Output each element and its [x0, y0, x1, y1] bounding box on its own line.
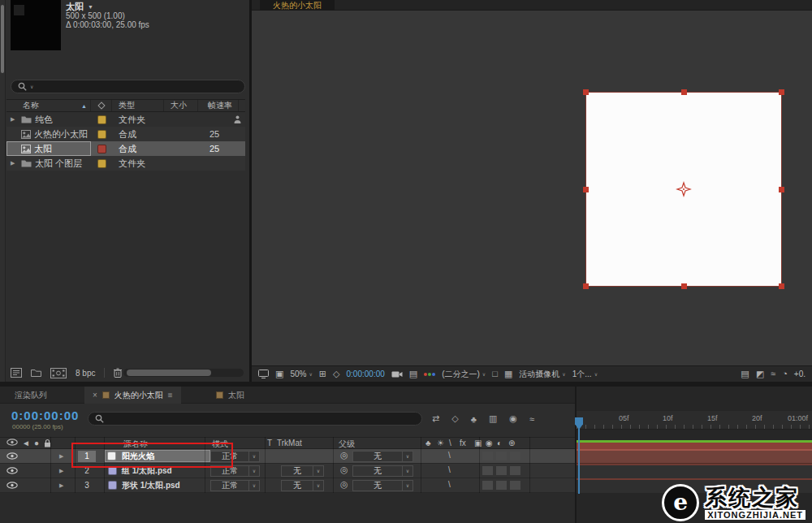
switch-cell[interactable] — [496, 466, 507, 475]
eye-icon[interactable] — [6, 452, 18, 460]
comp-viewer-tab[interactable]: 火热的小太阳 — [260, 0, 335, 11]
twirl-icon[interactable]: ▶ — [11, 116, 18, 123]
column-mode[interactable]: 模式 — [212, 439, 228, 450]
resolution-select[interactable]: (二分之一) ∨ — [442, 369, 486, 380]
column-header-type[interactable]: 类型 — [112, 100, 164, 111]
transform-handle-w[interactable] — [583, 187, 589, 192]
graph-editor-icon[interactable]: ≈ — [529, 414, 534, 424]
playhead-line[interactable] — [578, 429, 580, 494]
search-options-caret-icon[interactable]: ∨ — [30, 84, 33, 89]
parent-select[interactable]: 无 — [352, 465, 403, 477]
twirl-icon[interactable]: ▶ — [59, 482, 63, 489]
transform-handle-n[interactable] — [681, 89, 687, 95]
layer-color-chip[interactable] — [108, 481, 117, 490]
parent-pickwhip-icon[interactable]: ◎ — [340, 480, 348, 489]
timeline-search-box[interactable] — [88, 412, 422, 426]
scrollbar-thumb[interactable] — [1, 5, 4, 73]
timeline-graph-icon[interactable]: ≈ — [771, 370, 775, 378]
frame-blending-icon[interactable]: ▥ — [489, 413, 497, 424]
switch-cell[interactable] — [510, 481, 520, 490]
lock-column-icon[interactable] — [44, 439, 51, 447]
switch-cell[interactable] — [496, 452, 507, 460]
chevron-down-icon[interactable]: ∨ — [313, 465, 324, 477]
collapse-switch-icon[interactable]: ☀ — [437, 439, 444, 447]
chevron-down-icon[interactable]: ∨ — [403, 451, 413, 462]
label-color-chip[interactable] — [97, 159, 106, 168]
project-search-input[interactable] — [37, 82, 238, 91]
selected-layer-bounds[interactable] — [586, 93, 781, 286]
pixel-aspect-correction-icon[interactable]: ▤ — [741, 370, 749, 378]
solo-column-icon[interactable]: ● — [34, 439, 39, 447]
audio-column-icon[interactable]: ◄ — [22, 439, 30, 447]
exposure-gauge-icon[interactable]: ◔ — [782, 370, 788, 378]
new-composition-icon[interactable] — [50, 368, 67, 378]
column-header-fps[interactable]: 帧速率 — [198, 100, 239, 111]
region-of-interest-icon[interactable]: □ — [492, 370, 498, 378]
transform-handle-s[interactable] — [681, 283, 687, 289]
transform-handle-ne[interactable] — [779, 89, 784, 95]
horizontal-scrollbar[interactable] — [123, 369, 244, 377]
project-item-row-sun-layers-folder[interactable]: ▶ 太阳 个图层 文件夹 — [6, 156, 245, 171]
project-search-box[interactable]: ∨ — [11, 80, 245, 93]
blend-mode-select[interactable]: 正常 — [210, 465, 249, 477]
switch-cell[interactable] — [496, 481, 507, 490]
trkmat-select[interactable]: 无 — [281, 480, 313, 491]
timeline-search-input[interactable] — [107, 414, 415, 423]
anchor-point-icon[interactable] — [676, 181, 692, 197]
column-header-name[interactable]: 名称 ▲ — [6, 100, 91, 111]
tab-render-queue[interactable]: 渲染队列 — [5, 387, 57, 404]
eye-icon[interactable] — [6, 482, 18, 489]
camera-view-select[interactable]: 活动摄像机 ∨ — [519, 369, 565, 380]
project-item-row-solids[interactable]: ▶ 纯色 文件夹 — [6, 112, 245, 127]
layer-row-1[interactable]: ▶ 1 阳光火焰 正常 ∨ ◎ 无 ∨ \ — [0, 449, 575, 464]
label-color-chip[interactable] — [97, 130, 106, 139]
parent-pickwhip-icon[interactable]: ◎ — [340, 465, 348, 474]
switch-cell[interactable] — [482, 452, 493, 460]
shy-switch-icon[interactable]: ♣ — [425, 439, 431, 447]
snapshot-camera-icon[interactable] — [391, 370, 403, 378]
chevron-down-icon[interactable]: ∨ — [249, 451, 260, 462]
grid-guides-icon[interactable]: ⊞ — [319, 370, 326, 378]
parent-select[interactable]: 无 — [352, 480, 403, 491]
project-item-row-comp-sun-selected[interactable]: 太阳 合成 25 — [6, 141, 245, 156]
exposure-value[interactable]: +0. — [794, 370, 806, 378]
transform-handle-sw[interactable] — [583, 283, 589, 289]
chevron-down-icon[interactable]: ∨ — [249, 480, 260, 491]
trkmat-select[interactable]: 无 — [281, 465, 313, 477]
video-column-icon[interactable] — [6, 439, 18, 446]
transform-handle-e[interactable] — [779, 187, 784, 192]
transform-handle-nw[interactable] — [583, 89, 589, 95]
zoom-select[interactable]: 50% ∨ — [290, 370, 312, 378]
draft-3d-icon[interactable]: ◇ — [451, 413, 458, 424]
tab-comp-hot-sun-active[interactable]: × 火热的小太阳 ≡ — [84, 387, 181, 404]
flyout-caret-icon[interactable]: ▼ — [88, 4, 93, 10]
layer-switches[interactable] — [482, 452, 520, 460]
3d-switch-icon[interactable]: ⊕ — [508, 439, 515, 447]
mask-visibility-icon[interactable]: ◇ — [333, 370, 339, 378]
switch-cell[interactable] — [482, 466, 493, 475]
panel-edge-scrollbar[interactable] — [0, 0, 6, 382]
transparency-grid-icon[interactable]: ▦ — [504, 370, 512, 378]
label-color-chip[interactable] — [97, 145, 106, 153]
chevron-down-icon[interactable]: ∨ — [313, 480, 324, 491]
layer-switches[interactable] — [482, 481, 520, 490]
quality-switch-icon[interactable]: \ — [449, 439, 451, 447]
scrollbar-thumb[interactable] — [127, 370, 211, 376]
view-layout-select[interactable]: 1个... ∨ — [572, 369, 598, 380]
layer-2-duration-bar[interactable] — [577, 464, 812, 478]
fast-previews-icon[interactable]: ◩ — [756, 370, 764, 378]
column-header-label[interactable] — [91, 100, 112, 111]
transform-handle-se[interactable] — [779, 283, 784, 289]
parent-select[interactable]: 无 — [352, 451, 403, 462]
switch-cell[interactable] — [510, 452, 520, 460]
main-viewer-icon[interactable]: ▣ — [275, 370, 283, 378]
quality-switch[interactable]: \ — [448, 465, 451, 474]
quality-switch[interactable]: \ — [448, 451, 451, 460]
close-icon[interactable]: × — [93, 391, 97, 400]
new-folder-icon[interactable] — [31, 369, 41, 377]
column-trkmat[interactable]: TrkMat — [277, 439, 302, 447]
layer-1-duration-bar[interactable] — [577, 449, 812, 464]
tab-comp-sun[interactable]: 太阳 — [208, 387, 253, 404]
layer-name-field[interactable]: 阳光火焰 — [105, 450, 210, 462]
composition-viewport[interactable] — [252, 11, 812, 365]
